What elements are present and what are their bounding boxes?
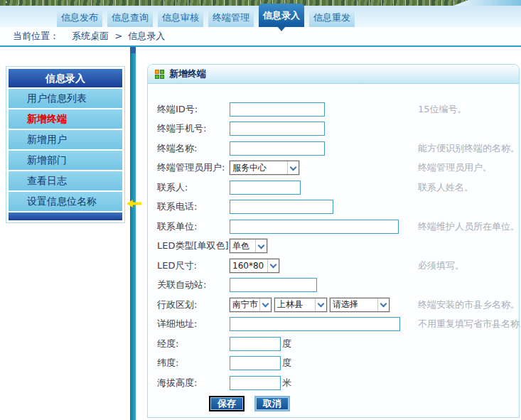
vertical-divider-bar: [130, 47, 136, 420]
admin-user-select[interactable]: 服务中心: [230, 161, 299, 175]
chevron-down-icon: [259, 298, 271, 311]
horizontal-divider: [0, 45, 521, 47]
field-label: 关联自动站:: [157, 279, 230, 291]
form-buttons: 保存 取消: [148, 396, 519, 411]
sidebar-item-new-user[interactable]: 新增用户: [9, 130, 122, 149]
breadcrumb: 当前位置： 系统桌面 > 信息录入: [0, 27, 521, 45]
field-label: 终端ID号:: [157, 103, 230, 116]
select-value: 单色: [232, 240, 249, 252]
sidebar-item-set-position-name[interactable]: 设置信息位名称: [9, 192, 122, 211]
form-row-admin-user: 终端管理员用户: 服务中心 终端管理员用户。: [148, 158, 519, 178]
sidebar-item-user-list[interactable]: 用户信息列表: [9, 89, 122, 108]
field-hint: 能方便识别终端的名称。: [418, 142, 520, 155]
field-hint: 15位编号。: [418, 103, 467, 116]
auto-station-input[interactable]: [230, 278, 317, 292]
form-row-detail-address: 详细地址: 不用重复填写省市县名称。: [148, 315, 519, 335]
sidebar-menu: 信息录入 用户信息列表 新增终端 新增用户 新增部门 查看日志 设置信息位名称: [6, 66, 125, 223]
select-value: 请选择: [333, 298, 358, 311]
field-label: 详细地址:: [157, 318, 230, 330]
panel-title: 新增终端: [169, 68, 206, 80]
tab-info-audit[interactable]: 信息审核: [158, 9, 203, 27]
new-terminal-form: 终端ID号: 15位编号。 终端手机号: 终端名称: 能方便识别终端的名称。 终…: [148, 84, 519, 411]
chevron-down-icon: [287, 161, 299, 174]
main-tab-bar: 信息发布 信息查询 信息审核 终端管理 信息录入 信息重发: [0, 6, 521, 27]
led-type-select[interactable]: 单色: [230, 239, 267, 253]
contact-phone-input[interactable]: [230, 200, 333, 214]
field-label: 纬度:: [157, 357, 230, 370]
select-value: 160*80: [232, 261, 264, 271]
field-label: 联系人:: [157, 181, 230, 194]
tab-info-resend[interactable]: 信息重发: [309, 9, 355, 27]
field-label: 终端管理员用户:: [157, 161, 230, 174]
form-row-contact-phone: 联系电话:: [148, 198, 519, 217]
tab-info-query[interactable]: 信息查询: [107, 9, 153, 27]
form-row-contact-org: 联系单位: 终端维护人员所在单位。: [148, 217, 519, 237]
select-value: 南宁市: [232, 298, 258, 311]
unit-label: 度: [282, 338, 291, 350]
township-select[interactable]: 请选择: [330, 298, 390, 312]
longitude-input[interactable]: [230, 337, 281, 351]
tab-info-publish[interactable]: 信息发布: [57, 9, 102, 27]
chevron-down-icon: [315, 298, 326, 311]
app-window: 信息发布 信息查询 信息审核 终端管理 信息录入 信息重发 当前位置： 系统桌面…: [0, 0, 521, 420]
field-hint: 联系人姓名。: [418, 181, 473, 194]
field-hint: 终端管理员用户。: [418, 161, 492, 174]
field-label: 海拔高度:: [157, 377, 230, 389]
detail-address-input[interactable]: [230, 317, 400, 331]
field-label: 终端手机号:: [157, 122, 230, 135]
unit-label: 米: [282, 377, 291, 389]
sidebar-title: 信息录入: [9, 69, 122, 87]
form-row-terminal-id: 终端ID号: 15位编号。: [148, 99, 519, 119]
field-label: 联系单位:: [157, 220, 230, 233]
chevron-down-icon: [255, 239, 267, 252]
terminal-name-input[interactable]: [230, 141, 325, 156]
form-row-auto-station: 关联自动站:: [148, 276, 519, 296]
breadcrumb-home-link[interactable]: 系统桌面: [72, 31, 109, 41]
panel-header: 新增终端: [148, 65, 519, 84]
tab-terminal-manage[interactable]: 终端管理: [208, 9, 254, 27]
contact-person-input[interactable]: [230, 181, 301, 195]
form-row-led-size: LED尺寸: 160*80 必须填写。: [148, 256, 519, 276]
led-size-select[interactable]: 160*80: [230, 259, 279, 273]
save-button[interactable]: 保存: [209, 396, 245, 411]
field-label: LED尺寸:: [157, 259, 230, 272]
cancel-button[interactable]: 取消: [254, 396, 290, 411]
breadcrumb-separator: >: [114, 31, 122, 41]
field-hint: 必须填写。: [418, 259, 464, 272]
select-value: 服务中心: [232, 162, 267, 174]
field-hint: 不用重复填写省市县名称。: [418, 318, 521, 330]
sidebar-item-new-terminal[interactable]: 新增终端: [9, 109, 122, 129]
latitude-input[interactable]: [230, 356, 281, 370]
sidebar-item-new-dept[interactable]: 新增部门: [9, 151, 122, 170]
chevron-down-icon: [377, 298, 389, 311]
form-row-contact-person: 联系人: 联系人姓名。: [148, 178, 519, 198]
field-label: 行政区划:: [157, 298, 230, 311]
breadcrumb-prefix: 当前位置：: [13, 31, 59, 41]
sidebar-item-view-log[interactable]: 查看日志: [9, 171, 122, 190]
field-label: 经度:: [157, 338, 230, 350]
form-row-terminal-name: 终端名称: 能方便识别终端的名称。: [148, 139, 519, 158]
tab-info-entry[interactable]: 信息录入: [259, 4, 304, 27]
form-row-altitude: 海拔高度: 米: [148, 373, 519, 393]
form-row-led-type: LED类型[单双色]: 单色: [148, 237, 519, 257]
sidebar-footer-bar: [9, 212, 122, 220]
terminal-phone-input[interactable]: [230, 122, 325, 136]
select-value: 上林县: [277, 298, 303, 311]
form-row-terminal-phone: 终端手机号:: [148, 119, 519, 139]
unit-label: 度: [282, 357, 291, 370]
new-terminal-panel: 新增终端 终端ID号: 15位编号。 终端手机号: 终端名称: 能方便识别终端的…: [147, 64, 520, 418]
form-row-latitude: 纬度: 度: [148, 354, 519, 374]
field-hint: 终端维护人员所在单位。: [418, 220, 520, 233]
grid-icon: [155, 70, 164, 79]
breadcrumb-current: 信息录入: [128, 31, 165, 41]
field-label: LED类型[单双色]:: [157, 239, 230, 252]
city-select[interactable]: 南宁市: [230, 298, 272, 312]
contact-org-input[interactable]: [230, 220, 399, 234]
field-label: 联系电话:: [157, 200, 230, 213]
altitude-input[interactable]: [230, 376, 281, 390]
field-label: 终端名称:: [157, 142, 230, 155]
form-row-region: 行政区划: 南宁市 上林县 请选择 终端安装的市县乡名称。: [148, 295, 519, 315]
terminal-id-input[interactable]: [230, 102, 325, 117]
county-select[interactable]: 上林县: [274, 298, 327, 312]
chevron-down-icon: [267, 259, 279, 272]
